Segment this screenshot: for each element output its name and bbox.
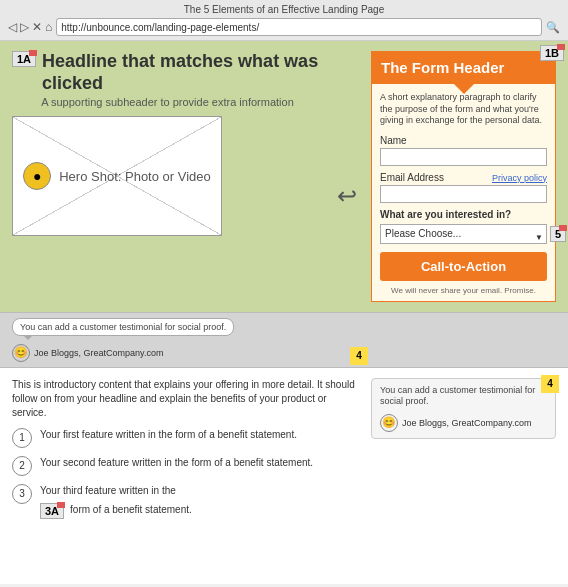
hero-shot-box: ● Hero Shot: Photo or Video	[12, 116, 222, 236]
feature-list: 1 Your first feature written in the form…	[12, 428, 361, 519]
form-privacy-note: We will never share your email. Promise.	[380, 286, 547, 295]
bottom-testimonial-person: 😊 Joe Bloggs, GreatCompany.com	[380, 414, 547, 432]
form-body: A short explanatory paragraph to clarify…	[371, 84, 556, 302]
form-header: The Form Header	[371, 51, 556, 84]
form-header-text: The Form Header	[381, 59, 504, 76]
bottom-left: This is introductory content that explai…	[12, 378, 361, 519]
search-icon[interactable]: 🔍	[546, 21, 560, 34]
close-icon[interactable]: ✕	[32, 20, 42, 34]
hero-shot-label: Hero Shot: Photo or Video	[59, 169, 211, 184]
feature-number-1: 1	[12, 428, 32, 448]
url-text: http://unbounce.com/landing-page-element…	[61, 22, 259, 33]
top-left: 1A Headline that matches what was clicke…	[12, 51, 323, 302]
name-input[interactable]	[380, 148, 547, 166]
interest-select[interactable]: Please Choose...	[380, 224, 547, 244]
email-label-row: Email Address Privacy policy	[380, 172, 547, 183]
testimonial-name: Joe Bloggs, GreatCompany.com	[34, 348, 163, 358]
feature-text-2: Your second feature written in the form …	[40, 456, 313, 469]
browser-nav-icons: ◁ ▷ ✕ ⌂	[8, 20, 52, 34]
address-bar[interactable]: http://unbounce.com/landing-page-element…	[56, 18, 542, 36]
email-input[interactable]	[380, 185, 547, 203]
badge-5: 5	[550, 226, 566, 242]
top-section: 1A Headline that matches what was clicke…	[0, 41, 568, 312]
bottom-smiley-icon: 😊	[380, 414, 398, 432]
feature-text-3: Your third feature written in the	[40, 484, 192, 497]
name-label: Name	[380, 135, 547, 146]
bottom-testimonial-bubble: You can add a customer testimonial for s…	[380, 385, 547, 408]
interest-question: What are you interested in?	[380, 209, 547, 220]
back-icon[interactable]: ◁	[8, 20, 17, 34]
page-content: 1A Headline that matches what was clicke…	[0, 41, 568, 584]
form-section: The Form Header A short explanatory para…	[371, 51, 556, 302]
feature-item-2: 2 Your second feature written in the for…	[12, 456, 361, 476]
feature-text-3b: form of a benefit statement.	[70, 503, 192, 516]
main-headline: Headline that matches what was clicked	[42, 51, 323, 94]
feature-item-3: 3 Your third feature written in the 3A f…	[12, 484, 361, 519]
feature-number-2: 2	[12, 456, 32, 476]
browser-title: The 5 Elements of an Effective Landing P…	[184, 4, 385, 15]
forward-icon[interactable]: ▷	[20, 20, 29, 34]
bottom-testimonial: 4 You can add a customer testimonial for…	[371, 378, 556, 439]
bottom-testimonial-name: Joe Bloggs, GreatCompany.com	[402, 418, 531, 428]
badge-4-bottom: 4	[541, 375, 559, 393]
headline-row: 1A Headline that matches what was clicke…	[12, 51, 323, 94]
badge-3a: 3A	[40, 503, 64, 519]
privacy-link[interactable]: Privacy policy	[492, 173, 547, 183]
badge-1a: 1A	[12, 51, 36, 67]
feature-text-1: Your first feature written in the form o…	[40, 428, 297, 441]
browser-toolbar: ◁ ▷ ✕ ⌂ http://unbounce.com/landing-page…	[8, 18, 560, 36]
testimonial-bubble: You can add a customer testimonial for s…	[12, 318, 234, 336]
hero-shot-inner: ● Hero Shot: Photo or Video	[23, 162, 211, 190]
feature-number-3: 3	[12, 484, 32, 504]
home-icon[interactable]: ⌂	[45, 20, 52, 34]
intro-text: This is introductory content that explai…	[12, 378, 361, 420]
bottom-section: This is introductory content that explai…	[0, 368, 568, 529]
cta-button[interactable]: Call-to-Action	[380, 252, 547, 281]
smiley-icon: 😊	[12, 344, 30, 362]
hero-shot-wrapper: ● Hero Shot: Photo or Video	[12, 116, 323, 236]
testimonial-person: 😊 Joe Bloggs, GreatCompany.com	[12, 344, 234, 362]
feature-item-1: 1 Your first feature written in the form…	[12, 428, 361, 448]
browser-chrome: The 5 Elements of an Effective Landing P…	[0, 0, 568, 41]
testimonial-content: You can add a customer testimonial for s…	[12, 318, 234, 362]
form-description: A short explanatory paragraph to clarify…	[380, 92, 547, 127]
badge-4-left: 4	[350, 347, 368, 365]
testimonial-bar: You can add a customer testimonial for s…	[0, 312, 568, 368]
subheadline: A supporting subheader to provide extra …	[12, 96, 323, 108]
hero-circle-icon: ●	[23, 162, 51, 190]
badge-1b: 1B	[540, 45, 564, 61]
arrow-icon: ↩	[337, 182, 357, 210]
select-wrapper: Please Choose... ▼	[380, 223, 547, 252]
bottom-right: 4 You can add a customer testimonial for…	[371, 378, 556, 519]
form-header-arrow-icon	[452, 82, 476, 94]
arrow-container: ↩	[333, 51, 361, 302]
